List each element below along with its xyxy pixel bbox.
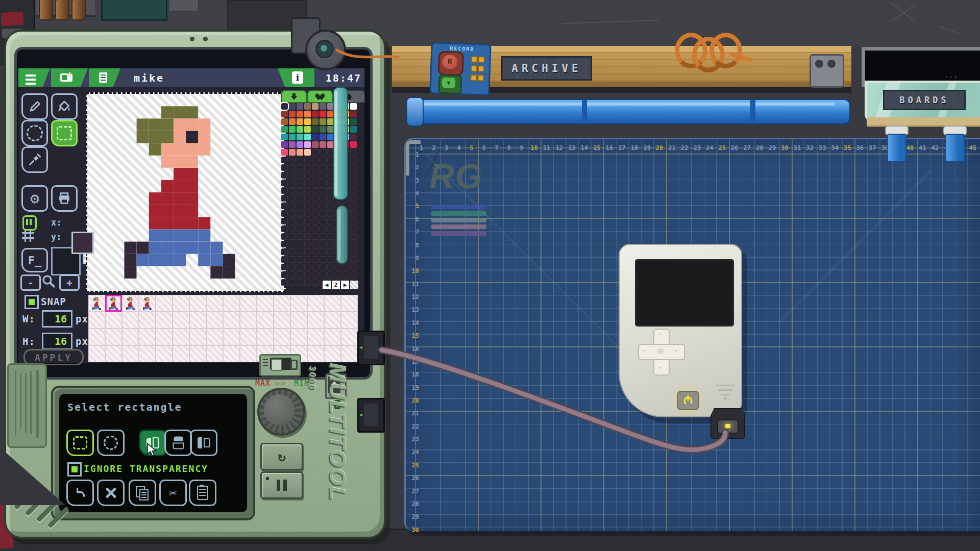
palette-empty-slot[interactable] <box>350 164 357 171</box>
frame-cell[interactable] <box>88 329 105 345</box>
frame-cell[interactable] <box>223 345 240 362</box>
palette-empty-slot[interactable] <box>335 264 341 270</box>
frame-cell[interactable] <box>206 329 223 345</box>
palette-swatch[interactable] <box>312 118 318 125</box>
palette-empty-slot[interactable] <box>281 172 288 179</box>
palette-swatch[interactable] <box>320 103 326 110</box>
palette-empty-slot[interactable] <box>350 157 357 163</box>
palette-empty-slot[interactable] <box>304 180 311 186</box>
palette-swatch[interactable] <box>320 134 326 140</box>
palette-tab-download[interactable] <box>281 90 307 103</box>
palette-empty-slot[interactable] <box>312 248 318 255</box>
palette-empty-slot[interactable] <box>289 210 296 217</box>
palette-empty-slot[interactable] <box>312 149 318 156</box>
palette-swatch[interactable] <box>281 149 288 156</box>
frame-cell[interactable] <box>105 329 122 345</box>
palette-swatch[interactable] <box>281 126 288 133</box>
grid-toggle[interactable] <box>22 230 34 242</box>
info-tab[interactable]: i <box>278 68 314 87</box>
palette-empty-slot[interactable] <box>297 210 303 217</box>
lcd-paste-button[interactable] <box>189 480 216 506</box>
palette-swatch[interactable] <box>350 118 357 125</box>
palette-empty-slot[interactable] <box>350 248 357 255</box>
palette-empty-slot[interactable] <box>350 149 357 156</box>
palette-swatch[interactable] <box>289 126 296 133</box>
frame-cell[interactable] <box>307 312 324 329</box>
palette-empty-slot[interactable] <box>312 241 318 247</box>
frame-cell[interactable] <box>139 329 156 345</box>
palette-swatch[interactable] <box>289 141 296 148</box>
frame-cell[interactable] <box>189 345 206 362</box>
palette-empty-slot[interactable] <box>304 218 311 224</box>
palette-empty-slot[interactable] <box>350 187 357 194</box>
palette-empty-slot[interactable] <box>350 256 357 263</box>
palette-empty-slot[interactable] <box>350 241 357 247</box>
animation-frame[interactable] <box>139 295 156 312</box>
palette-empty-slot[interactable] <box>304 210 311 217</box>
palette-empty-slot[interactable] <box>281 203 288 209</box>
palette-empty-slot[interactable] <box>281 195 288 202</box>
palette-empty-slot[interactable] <box>350 271 357 278</box>
palette-swatch[interactable] <box>297 111 303 117</box>
palette-empty-slot[interactable] <box>297 164 303 171</box>
frame-cell[interactable] <box>290 329 307 345</box>
palette-swatch[interactable] <box>289 111 296 117</box>
lcd-deselect-button[interactable] <box>97 480 125 506</box>
palette-empty-slot[interactable] <box>320 271 326 278</box>
settings-button[interactable]: ⚙ <box>21 185 48 212</box>
palette-empty-slot[interactable] <box>289 256 296 263</box>
mode-toggle-switch[interactable] <box>259 354 301 377</box>
palette-empty-slot[interactable] <box>350 233 357 240</box>
frame-cell[interactable] <box>88 312 105 329</box>
palette-empty-slot[interactable] <box>304 164 311 171</box>
palette-empty-slot[interactable] <box>320 195 326 202</box>
frame-cell[interactable] <box>206 312 223 329</box>
palette-empty-slot[interactable] <box>289 218 296 224</box>
palette-swatch[interactable] <box>281 134 288 140</box>
print-button[interactable] <box>51 185 78 212</box>
palette-swatch[interactable] <box>297 141 303 148</box>
palette-empty-slot[interactable] <box>304 203 311 209</box>
palette-empty-slot[interactable] <box>327 271 334 278</box>
palette-empty-slot[interactable] <box>289 187 296 194</box>
palette-empty-slot[interactable] <box>297 226 303 232</box>
palette-empty-slot[interactable] <box>289 271 296 278</box>
frame-cell[interactable] <box>223 295 240 312</box>
frame-cell[interactable] <box>173 295 189 312</box>
palette-swatch[interactable] <box>304 111 311 117</box>
palette-empty-slot[interactable] <box>320 226 326 232</box>
frame-cell[interactable] <box>240 312 257 329</box>
zoom-out-button[interactable]: - <box>20 274 41 291</box>
gadget-port-2[interactable]: ◀ <box>357 398 385 433</box>
palette-swatch[interactable] <box>350 141 357 148</box>
handheld-gadget[interactable]: ▴ ▾ ◂ ▸ <box>619 244 742 417</box>
palette-swatch[interactable] <box>281 118 288 125</box>
frame-cell[interactable] <box>274 295 290 312</box>
palette-empty-slot[interactable] <box>320 233 326 240</box>
palette-empty-slot[interactable] <box>312 157 318 163</box>
palette-empty-slot[interactable] <box>350 218 357 224</box>
frame-cell[interactable] <box>223 329 240 345</box>
palette-swatch[interactable] <box>350 111 357 117</box>
palette-empty-slot[interactable] <box>312 233 318 240</box>
palette-swatch[interactable] <box>304 103 311 110</box>
palette-empty-slot[interactable] <box>312 226 318 232</box>
palette-empty-slot[interactable] <box>350 195 357 202</box>
palette-empty-slot[interactable] <box>289 279 296 286</box>
palette-swatch[interactable] <box>350 126 357 133</box>
frame-cell[interactable] <box>122 329 139 345</box>
palette-empty-slot[interactable] <box>304 241 311 247</box>
palette-empty-slot[interactable] <box>350 264 357 270</box>
palette-empty-slot[interactable] <box>289 157 296 163</box>
frame-cell[interactable] <box>324 329 341 345</box>
palette-swatch[interactable] <box>297 149 303 156</box>
palette-empty-slot[interactable] <box>342 271 349 278</box>
volume-knob[interactable] <box>257 388 305 436</box>
transparent-swatch[interactable] <box>350 281 358 289</box>
palette-empty-slot[interactable] <box>297 195 303 202</box>
frame-cell[interactable] <box>290 312 307 329</box>
frame-cell[interactable] <box>206 345 223 362</box>
palette-empty-slot[interactable] <box>335 271 341 278</box>
rotate-button[interactable]: ↻ <box>260 443 303 470</box>
ignore-transparency-checkbox[interactable] <box>67 462 82 477</box>
